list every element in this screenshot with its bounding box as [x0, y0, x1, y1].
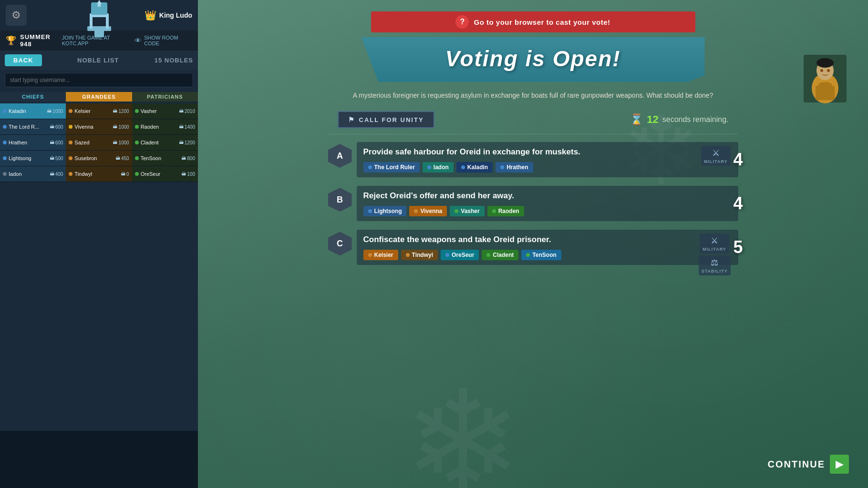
option-b-title: Reject Oreid's offer and send her away.: [363, 191, 732, 201]
noble-score: 🏔2010: [179, 109, 195, 114]
option-c-title: Confiscate the weapons and take Oreid pr…: [363, 234, 732, 245]
grandees-column-header: GRANDEES: [66, 92, 132, 102]
top-bar: ⚙ 👑 King Ludo: [0, 0, 198, 30]
season-info: 🏆 SUMMER 948: [6, 33, 62, 48]
voter-badge: Vivenna: [409, 206, 447, 216]
list-item[interactable]: Hrathen 🏔600: [0, 135, 66, 150]
option-c-letter: C: [328, 232, 352, 255]
call-for-unity-button[interactable]: ⚑ CALL FOR UNITY: [338, 111, 434, 128]
noble-dot: [3, 125, 7, 129]
columns-header: CHIEFS GRANDEES PATRICIANS: [0, 90, 198, 103]
list-item[interactable]: Kaladin 🏔1000: [0, 103, 66, 119]
noble-name: Kelsier: [74, 108, 111, 114]
noble-dot: [69, 125, 72, 129]
voter-badge: Hrathen: [496, 162, 533, 173]
list-item[interactable]: Iadon 🏔400: [0, 166, 66, 182]
voter-name: Cladent: [493, 252, 514, 258]
crown-icon: 👑: [145, 10, 156, 21]
voting-content: A mysterious foreigner is requesting asy…: [319, 82, 748, 265]
list-item[interactable]: OreSeur 🏔100: [132, 166, 198, 182]
vote-browser-bar: ? Go to your browser to cast your vote!: [371, 11, 695, 32]
svg-marker-6: [97, 0, 102, 4]
list-item[interactable]: Raoden 🏔1400: [132, 119, 198, 134]
noble-score: 🏔1000: [113, 124, 129, 130]
military-icon: ⚔: [711, 235, 718, 246]
noble-dot: [135, 172, 139, 176]
list-item[interactable]: Sazed 🏔1000: [66, 135, 132, 150]
timer-info: ⌛ 12 seconds remaining.: [630, 113, 728, 126]
gear-icon[interactable]: ⚙: [6, 5, 27, 26]
vote-browser-text: Go to your browser to cast your vote!: [474, 18, 610, 26]
list-item[interactable]: TenSoon 🏔800: [132, 151, 198, 166]
noble-score: 🏔1400: [179, 124, 195, 130]
noble-list-tab[interactable]: NOBLE LIST: [47, 57, 150, 64]
option-a-title: Provide safe harbour for Oreid in exchan…: [363, 147, 732, 157]
noble-score: 🏔0: [121, 172, 129, 177]
nobles-count: 15 NOBLES: [155, 57, 193, 64]
search-input[interactable]: [5, 73, 193, 87]
list-item[interactable]: Lightsong 🏔500: [0, 151, 66, 166]
voter-badge: Kelsier: [363, 250, 398, 260]
eye-icon: 👁: [134, 37, 141, 44]
noble-dot: [135, 109, 139, 113]
option-a-letter: A: [328, 144, 352, 168]
list-item[interactable]: Vivenna 🏔1000: [66, 119, 132, 134]
noble-name: Susebron: [74, 155, 114, 161]
voter-badge: The Lord Ruler: [363, 162, 420, 173]
option-c-count: 5: [733, 237, 743, 257]
vote-option-b: B Reject Oreid's offer and send her away…: [328, 186, 738, 221]
option-a-content: Provide safe harbour for Oreid in exchan…: [357, 142, 738, 177]
show-room-code-btn[interactable]: 👁 SHOW ROOM CODE: [134, 35, 192, 46]
trophy-icon: 🏆: [6, 35, 16, 46]
option-b-voters: Lightsong Vivenna Vasher Raoden: [363, 206, 732, 216]
call-unity-label: CALL FOR UNITY: [359, 116, 424, 123]
svg-rect-7: [98, 4, 101, 7]
voter-badge: Iadon: [423, 162, 454, 173]
voter-name: Tindwyl: [412, 252, 433, 258]
table-row: Lightsong 🏔500 Susebron 🏔450 TenSoon 🏔80…: [0, 151, 198, 166]
back-button[interactable]: BACK: [5, 54, 42, 66]
noble-dot: [3, 109, 7, 113]
list-item[interactable]: Vasher 🏔2010: [132, 103, 198, 119]
voter-badge: Kaladin: [456, 162, 493, 173]
top-voting-area: ? Go to your browser to cast your vote! …: [198, 0, 868, 82]
svg-rect-14: [71, 452, 81, 488]
noble-score: 🏔1000: [113, 140, 129, 145]
noble-score: 🏔500: [50, 156, 63, 161]
voter-name: Raoden: [498, 208, 519, 214]
option-c-icons: ⚔ MILITARY ⚖ STABILITY: [699, 234, 731, 275]
option-c-content: Confiscate the weapons and take Oreid pr…: [357, 230, 738, 265]
noble-name: The Lord R...: [9, 124, 48, 130]
noble-name: OreSeur: [141, 171, 180, 177]
noble-dot: [3, 156, 7, 160]
svg-rect-22: [172, 459, 182, 488]
voter-badge: Raoden: [487, 206, 524, 216]
noble-score: 🏔1000: [47, 109, 63, 114]
noble-name: Raoden: [141, 124, 177, 130]
vote-description: A mysterious foreigner is requesting asy…: [328, 82, 738, 105]
noble-score: 🏔450: [116, 156, 129, 161]
voter-name: Lightsong: [374, 208, 402, 214]
option-a-voters: The Lord Ruler Iadon Kaladin Hrathen: [363, 162, 732, 173]
table-row: Kaladin 🏔1000 Kelsier 🏔1200 Vasher 🏔2010: [0, 103, 198, 119]
voter-name: Kelsier: [374, 252, 393, 258]
show-room-code-label: SHOW ROOM CODE: [144, 35, 192, 46]
noble-dot: [69, 172, 72, 176]
svg-rect-11: [36, 450, 43, 488]
list-item[interactable]: Tindwyl 🏔0: [66, 166, 132, 182]
continue-arrow-icon: ▶: [830, 455, 849, 474]
list-item[interactable]: Cladent 🏔1200: [132, 135, 198, 150]
noble-name: Vasher: [141, 108, 177, 114]
stability-label: STABILITY: [702, 269, 728, 274]
unity-timer-row: ⚑ CALL FOR UNITY ⌛ 12 seconds remaining.: [328, 105, 738, 134]
military-label: MILITARY: [703, 247, 726, 252]
chiefs-column-header: CHIEFS: [0, 92, 66, 102]
season-title: SUMMER 948: [20, 33, 62, 48]
list-item[interactable]: The Lord R... 🏔600: [0, 119, 66, 134]
table-row: Hrathen 🏔600 Sazed 🏔1000 Cladent 🏔1200: [0, 135, 198, 151]
noble-dot: [3, 141, 7, 144]
continue-button[interactable]: CONTINUE ▶: [768, 455, 849, 474]
noble-score: 🏔600: [50, 124, 63, 130]
list-item[interactable]: Kelsier 🏔1200: [66, 103, 132, 119]
list-item[interactable]: Susebron 🏔450: [66, 151, 132, 166]
